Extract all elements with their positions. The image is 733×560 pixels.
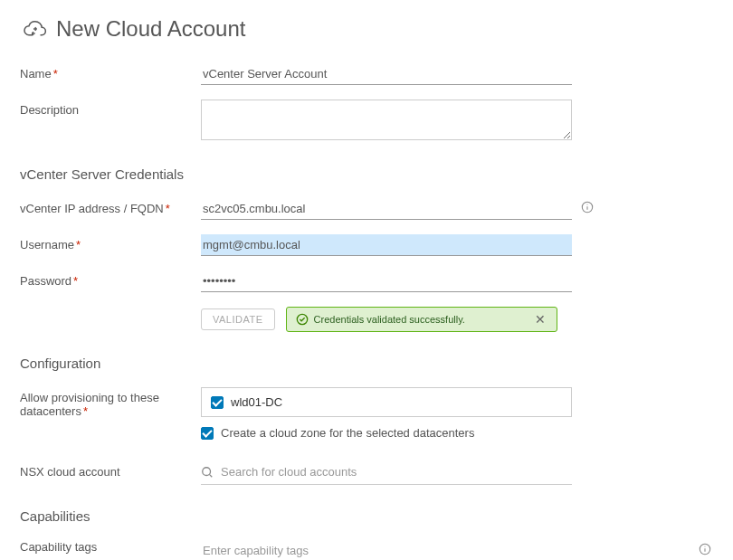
password-input[interactable] bbox=[201, 271, 572, 292]
success-banner: Credentials validated successfully. ✕ bbox=[286, 307, 557, 332]
svg-point-4 bbox=[203, 467, 211, 475]
nsx-label: NSX cloud account bbox=[20, 461, 201, 479]
capabilities-section-title: Capabilities bbox=[20, 508, 713, 524]
datacenter-checkbox[interactable] bbox=[211, 396, 224, 409]
password-label: Password* bbox=[20, 271, 201, 288]
page-title: New Cloud Account bbox=[56, 16, 245, 42]
ip-input[interactable] bbox=[201, 198, 572, 220]
info-icon[interactable] bbox=[581, 201, 594, 214]
username-input[interactable] bbox=[201, 234, 572, 256]
search-icon bbox=[201, 466, 214, 479]
description-textarea[interactable] bbox=[201, 100, 572, 140]
name-label: Name* bbox=[20, 63, 201, 81]
configuration-section-title: Configuration bbox=[20, 356, 713, 371]
username-label: Username* bbox=[20, 234, 201, 252]
datacenter-select[interactable]: wld01-DC bbox=[201, 387, 572, 417]
tags-input[interactable] bbox=[201, 540, 690, 560]
success-message: Credentials validated successfully. bbox=[314, 314, 533, 325]
tags-label: Capability tags bbox=[20, 540, 201, 554]
create-zone-label: Create a cloud zone for the selected dat… bbox=[221, 426, 474, 440]
nsx-search-input[interactable] bbox=[219, 461, 572, 482]
svg-line-5 bbox=[210, 474, 213, 477]
svg-point-8 bbox=[704, 546, 705, 546]
page-header: New Cloud Account bbox=[20, 16, 713, 42]
close-icon[interactable]: ✕ bbox=[533, 312, 547, 327]
provision-label: Allow provisioning to these datacenters* bbox=[20, 387, 201, 418]
cloud-icon bbox=[20, 18, 47, 40]
ip-label: vCenter IP address / FQDN* bbox=[20, 198, 201, 215]
description-label: Description bbox=[20, 100, 201, 117]
name-input[interactable] bbox=[201, 63, 572, 85]
datacenter-name: wld01-DC bbox=[231, 395, 282, 409]
svg-point-2 bbox=[586, 204, 587, 204]
validate-button[interactable]: VALIDATE bbox=[201, 308, 275, 330]
create-zone-checkbox[interactable] bbox=[201, 427, 214, 440]
info-icon[interactable] bbox=[699, 543, 711, 555]
credentials-section-title: vCenter Server Credentials bbox=[20, 166, 713, 182]
checkmark-circle-icon bbox=[296, 313, 309, 326]
